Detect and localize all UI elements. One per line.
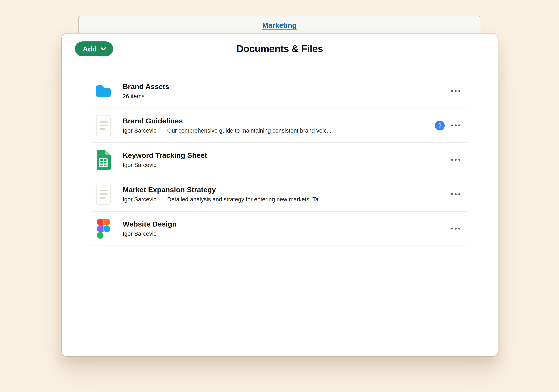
ellipsis-icon	[451, 228, 453, 229]
folder-icon	[95, 84, 112, 99]
list-item[interactable]: Keyword Tracking Sheet Igor Sarcevic	[92, 143, 467, 177]
ellipsis-icon	[451, 125, 453, 126]
document-title: Brand Assets	[123, 82, 450, 91]
documents-panel: Add Documents & Files Brand Assets 26 it…	[61, 33, 498, 357]
list-item[interactable]: Brand Assets 26 items	[92, 74, 467, 109]
author: Igor Sarcevic	[123, 162, 156, 168]
document-title: Keyword Tracking Sheet	[123, 151, 450, 159]
panel-header: Add Documents & Files	[62, 34, 498, 64]
ellipsis-icon	[451, 90, 453, 92]
document-excerpt: Detailed analysis and strategy for enter…	[167, 196, 323, 203]
page-title: Documents & Files	[236, 43, 323, 55]
document-title: Brand Guidelines	[123, 117, 435, 125]
more-options-button[interactable]	[450, 191, 461, 198]
chevron-down-icon	[101, 47, 106, 51]
meta-separator: —	[159, 128, 165, 134]
document-title: Market Expansion Strategy	[123, 186, 450, 194]
list-item[interactable]: Website Design Igor Sarcevic	[92, 212, 467, 246]
add-button[interactable]: Add	[75, 41, 113, 56]
list-item[interactable]: Brand Guidelines Igor Sarcevic—Our compr…	[92, 109, 467, 143]
more-options-button[interactable]	[450, 225, 461, 232]
comment-count-badge[interactable]: 2	[435, 121, 445, 130]
document-icon	[96, 115, 111, 136]
document-list: Brand Assets 26 items Brand Guidelines I…	[92, 64, 467, 246]
ellipsis-icon	[451, 193, 453, 195]
more-options-button[interactable]	[450, 88, 461, 95]
author: Igor Sarcevic	[123, 196, 156, 203]
author: Igor Sarcevic	[123, 128, 156, 134]
meta-separator: —	[159, 196, 165, 203]
document-icon	[96, 184, 111, 205]
google-sheets-icon	[96, 150, 111, 170]
breadcrumb-link-marketing[interactable]: Marketing	[262, 21, 297, 29]
list-item[interactable]: Market Expansion Strategy Igor Sarcevic—…	[92, 177, 467, 212]
document-excerpt: Our comprehensive guide to maintaining c…	[167, 128, 331, 134]
ellipsis-icon	[451, 159, 453, 161]
more-options-button[interactable]	[450, 122, 461, 129]
author: Igor Sarcevic	[123, 231, 156, 237]
more-options-button[interactable]	[450, 156, 461, 163]
figma-icon	[97, 219, 110, 239]
document-title: Website Design	[123, 220, 450, 228]
add-button-label: Add	[83, 45, 97, 53]
item-count: 26 items	[123, 93, 144, 100]
